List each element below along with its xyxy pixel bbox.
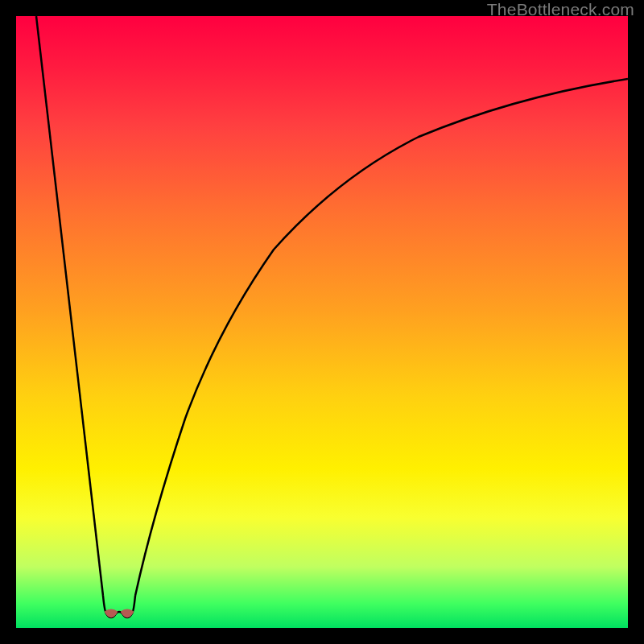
valley-bump-left — [105, 609, 118, 617]
valley-bump-right — [121, 609, 134, 617]
curve-left-branch — [36, 16, 103, 596]
curve-right-branch — [135, 79, 628, 596]
plot-frame — [16, 16, 628, 628]
bottleneck-curve — [16, 16, 628, 628]
